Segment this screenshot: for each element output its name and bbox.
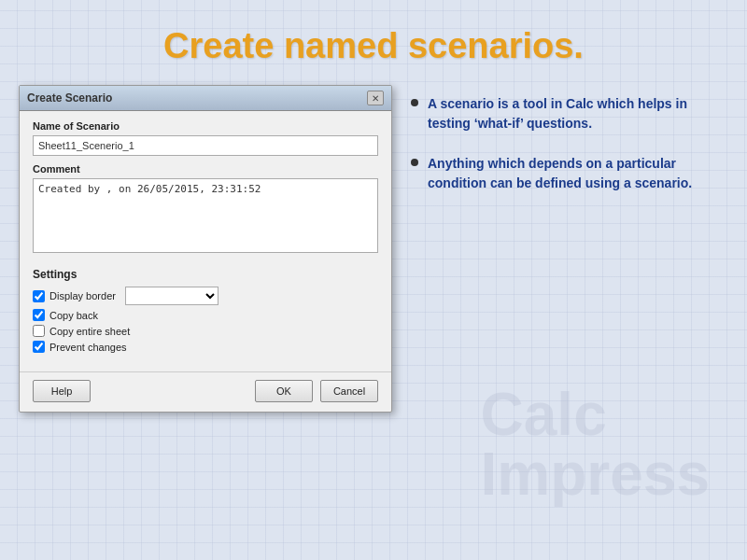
copy-back-row: Copy back xyxy=(33,309,378,321)
name-label: Name of Scenario xyxy=(33,120,378,132)
page-title: Create named scenarios. xyxy=(0,0,747,85)
copy-entire-sheet-checkbox[interactable] xyxy=(33,325,45,337)
dialog-wrapper: Create Scenario ✕ Name of Scenario Comme… xyxy=(19,85,392,413)
copy-entire-sheet-label: Copy entire sheet xyxy=(49,326,130,337)
border-color-select[interactable] xyxy=(125,287,218,305)
prevent-changes-label: Prevent changes xyxy=(49,342,127,353)
bullet-dot-1 xyxy=(411,99,418,106)
display-border-label: Display border xyxy=(49,290,116,301)
bullet-dot-2 xyxy=(411,159,418,166)
dialog-titlebar: Create Scenario ✕ xyxy=(20,86,391,111)
cancel-button[interactable]: Cancel xyxy=(320,380,378,402)
comment-textarea[interactable] xyxy=(33,178,378,253)
create-scenario-dialog: Create Scenario ✕ Name of Scenario Comme… xyxy=(19,85,392,413)
watermark-line2: Impress xyxy=(481,444,710,504)
dialog-footer: Help OK Cancel xyxy=(20,371,391,412)
bullets-area: A scenario is a tool in Calc which helps… xyxy=(411,85,728,214)
dialog-close-button[interactable]: ✕ xyxy=(367,91,384,105)
ok-button[interactable]: OK xyxy=(255,380,313,402)
bullet-text-2: Anything which depends on a particular c… xyxy=(428,154,728,193)
display-border-checkbox[interactable] xyxy=(33,290,45,302)
bullet-text-1: A scenario is a tool in Calc which helps… xyxy=(428,94,728,133)
copy-back-label: Copy back xyxy=(49,310,98,321)
dialog-title: Create Scenario xyxy=(27,91,112,105)
bullet-item-2: Anything which depends on a particular c… xyxy=(411,154,728,193)
copy-entire-sheet-row: Copy entire sheet xyxy=(33,325,378,337)
copy-back-checkbox[interactable] xyxy=(33,309,45,321)
help-button[interactable]: Help xyxy=(33,380,91,402)
comment-label: Comment xyxy=(33,163,378,175)
bullet-item-1: A scenario is a tool in Calc which helps… xyxy=(411,94,728,133)
footer-left: Help xyxy=(33,380,91,402)
prevent-changes-row: Prevent changes xyxy=(33,341,378,353)
prevent-changes-checkbox[interactable] xyxy=(33,341,45,353)
footer-right: OK Cancel xyxy=(255,380,378,402)
dialog-body: Name of Scenario Comment Settings Displa… xyxy=(20,111,391,366)
scenario-name-input[interactable] xyxy=(33,135,378,156)
settings-label: Settings xyxy=(33,268,378,281)
display-border-row: Display border xyxy=(33,287,378,305)
